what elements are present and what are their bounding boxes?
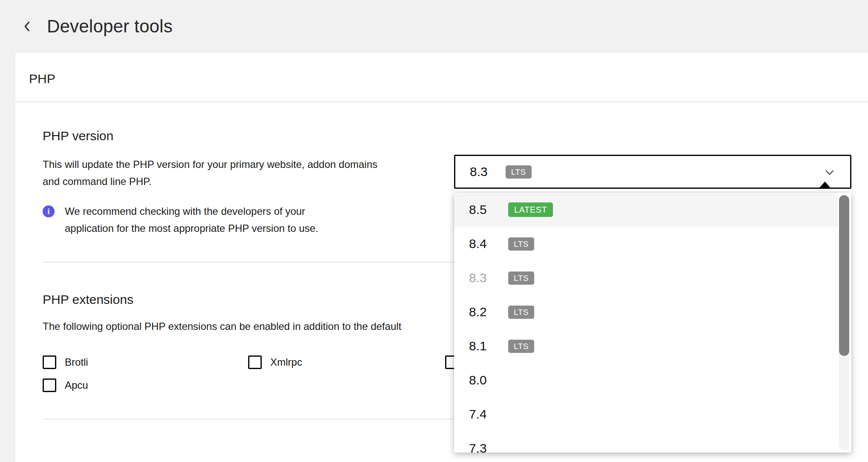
dropdown-caret-icon: [819, 182, 831, 189]
page-title: Developer tools: [47, 16, 173, 37]
version-options-list: 8.5 LATEST 8.4 LTS 8.3 LTS 8.2 LTS 8.1 L…: [454, 193, 838, 453]
php-version-description: This will update the PHP version for you…: [43, 156, 460, 190]
note-line: application for the most appropriate PHP…: [65, 220, 318, 237]
option-8-4[interactable]: 8.4 LTS: [454, 227, 838, 261]
option-7-3[interactable]: 7.3: [454, 431, 838, 453]
lts-badge: LTS: [508, 271, 534, 285]
option-8-5[interactable]: 8.5 LATEST: [454, 193, 838, 227]
option-7-4[interactable]: 7.4: [454, 397, 838, 431]
top-bar: Developer tools: [0, 0, 868, 52]
checkbox-label: Xmlrpc: [270, 356, 302, 368]
chevron-down-icon: [824, 166, 836, 180]
checkbox-label: Brotli: [65, 356, 88, 368]
checkbox-apcu[interactable]: Apcu: [43, 378, 248, 392]
option-version: 8.0: [469, 373, 491, 387]
card-header: PHP: [15, 53, 868, 101]
option-8-3-current[interactable]: 8.3 LTS: [454, 261, 838, 295]
lts-badge: LTS: [508, 306, 534, 319]
option-version: 8.4: [469, 237, 491, 251]
option-version: 8.3: [469, 271, 491, 285]
checkbox-brotli[interactable]: Brotli: [43, 355, 248, 369]
checkbox-box[interactable]: [248, 355, 262, 369]
latest-badge: LATEST: [508, 202, 553, 217]
php-version-dropdown: 8.5 LATEST 8.4 LTS 8.3 LTS 8.2 LTS 8.1 L…: [454, 193, 851, 453]
php-version-heading: PHP version: [43, 129, 868, 143]
selected-version-badge: LTS: [506, 165, 532, 179]
lts-badge: LTS: [508, 237, 534, 251]
selected-version: 8.3: [470, 165, 488, 179]
description-line: and command line PHP.: [43, 173, 460, 190]
option-version: 7.4: [469, 407, 491, 422]
php-version-select[interactable]: 8.3 LTS: [454, 155, 851, 189]
card-title: PHP: [29, 72, 868, 86]
option-version: 8.5: [469, 202, 491, 217]
option-version: 7.3: [469, 441, 491, 453]
back-button[interactable]: [17, 16, 38, 37]
option-version: 8.2: [469, 305, 491, 319]
note-line: We recommend checking with the developer…: [65, 203, 318, 220]
note-text: We recommend checking with the developer…: [65, 203, 318, 237]
checkbox-xmlrpc[interactable]: Xmlrpc: [248, 355, 445, 369]
dropdown-scrollbar-thumb[interactable]: [839, 195, 849, 356]
option-8-0[interactable]: 8.0: [454, 363, 838, 397]
option-8-1[interactable]: 8.1 LTS: [454, 329, 838, 363]
info-icon: i: [43, 205, 55, 217]
checkbox-label: Apcu: [65, 379, 88, 391]
chevron-left-icon: [21, 19, 34, 34]
lts-badge: LTS: [508, 340, 534, 353]
option-version: 8.1: [469, 339, 491, 353]
description-line: This will update the PHP version for you…: [43, 156, 460, 173]
checkbox-box[interactable]: [43, 355, 56, 369]
option-8-2[interactable]: 8.2 LTS: [454, 295, 838, 329]
checkbox-box[interactable]: [43, 378, 56, 392]
